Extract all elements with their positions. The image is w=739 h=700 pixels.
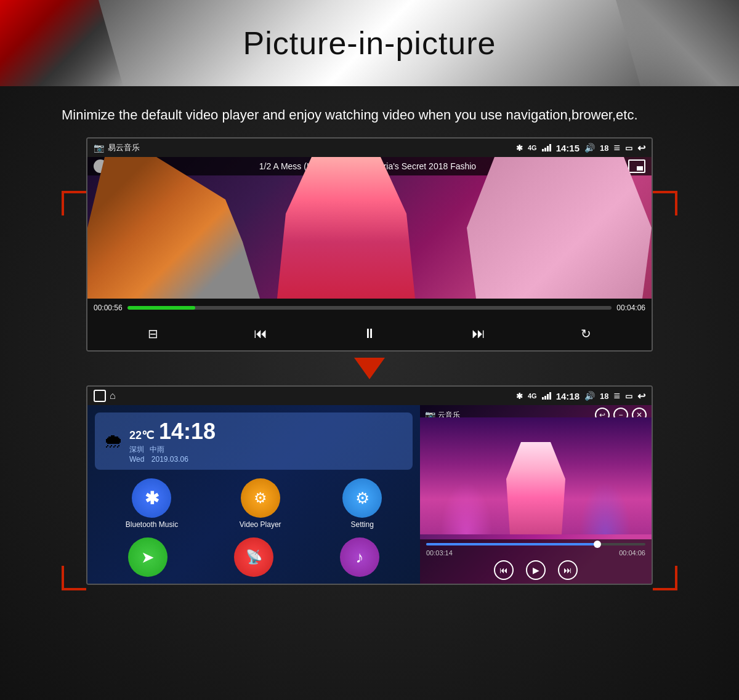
back-icon-bottom[interactable]: ↩ <box>637 390 645 402</box>
arrow-down <box>86 352 653 385</box>
bt-music-label: Bluetooth Music <box>126 520 178 529</box>
city-name: 深圳 <box>129 445 144 454</box>
home-indicator <box>94 390 106 402</box>
repeat-button[interactable]: ↻ <box>581 326 591 341</box>
video-player-label: Video Player <box>240 520 281 529</box>
pip-prev-button[interactable]: ⏮ <box>494 560 514 580</box>
pip-controls: 00:03:14 00:04:06 ⏮ ▶ ⏭ <box>420 539 652 584</box>
menu-icon-bottom[interactable]: ≡ <box>613 390 620 403</box>
pip-progress-dot <box>594 541 601 548</box>
bottom-status-right: ✱ 4G 14:18 🔊 18 ≡ ▭ ↩ <box>516 390 645 403</box>
pip-progress-bar[interactable] <box>426 543 645 545</box>
page-title: Picture-in-picture <box>243 25 496 62</box>
header-banner: Picture-in-picture <box>0 0 739 86</box>
window-icon-top[interactable]: ▭ <box>625 143 632 153</box>
app-navigation[interactable]: ➤ <box>128 537 168 577</box>
bt-symbol: ✱ <box>145 488 159 509</box>
condition: 中雨 <box>150 445 164 454</box>
setting-symbol: ⚙ <box>355 489 370 508</box>
nav-symbol: ➤ <box>141 548 155 567</box>
pause-button[interactable] <box>363 326 376 342</box>
app-music[interactable]: ♪ <box>340 537 379 577</box>
video-symbol: ⚙ <box>254 489 267 507</box>
pip-play-button[interactable]: ▶ <box>526 560 546 580</box>
bracket-bottom-right <box>653 566 677 590</box>
home-screen: 🌧 22℃ 14:18 深圳 中雨 Wed <box>87 405 420 584</box>
clock-time: 14:18 <box>159 419 216 445</box>
pip-time-total: 00:04:06 <box>619 549 645 557</box>
next-button[interactable] <box>472 326 485 342</box>
time-total: 00:04:06 <box>616 304 645 312</box>
bottom-status-bar: ⌂ ✱ 4G 14:18 🔊 18 ≡ ▭ ↩ <box>87 387 652 405</box>
page-container: Picture-in-picture Minimize the default … <box>0 0 739 700</box>
network-top: 4G <box>528 144 537 151</box>
weather-info: 22℃ 14:18 深圳 中雨 Wed 2019.03.06 <box>129 419 404 464</box>
music-symbol: ♪ <box>356 548 364 567</box>
app-setting[interactable]: ⚙ Setting <box>342 478 382 529</box>
temp-row: 22℃ 14:18 <box>129 419 404 445</box>
app-name-top: 易云音乐 <box>108 142 140 153</box>
radio-icon-circle: 📡 <box>234 537 273 577</box>
list-button[interactable]: ⊟ <box>148 326 158 341</box>
prev-button[interactable] <box>254 326 267 342</box>
app-radio[interactable]: 📡 <box>234 537 273 577</box>
controls-bar: ⊟ ↻ <box>87 317 652 350</box>
time-current: 00:00:56 <box>94 304 123 312</box>
setting-label: Setting <box>351 520 374 529</box>
status-right-top: ✱ 4G 14:15 🔊 18 ≡ ▭ ↩ <box>516 142 645 155</box>
app-bluetooth-music[interactable]: ✱ Bluetooth Music <box>126 478 178 529</box>
time-top: 14:15 <box>556 143 579 153</box>
pip-next-button[interactable]: ⏭ <box>558 560 578 580</box>
progress-bar[interactable] <box>127 306 612 310</box>
signal-bars-bottom <box>542 392 551 400</box>
arrow-shape <box>354 358 385 379</box>
temperature: 22℃ <box>129 428 154 442</box>
bracket-top-right <box>653 191 677 215</box>
window-icon-bottom[interactable]: ▭ <box>625 392 632 401</box>
video-content: 1/2 A Mess (Live From The Victoria's Sec… <box>87 157 652 299</box>
pip-video-panel: 📷 云音乐 ↩ − ✕ <box>420 405 652 584</box>
navigation-icon: ➤ <box>128 537 168 577</box>
pip-stage <box>420 417 652 534</box>
pip-progress-fill <box>426 543 597 545</box>
apps-row-1: ✱ Bluetooth Music ⚙ Video Player <box>95 478 413 529</box>
menu-icon-top[interactable]: ≡ <box>613 142 620 155</box>
app-video-player[interactable]: ⚙ Video Player <box>240 478 281 529</box>
pip-time-row: 00:03:14 00:04:06 <box>426 549 645 557</box>
status-left: 📷 易云音乐 <box>94 142 140 153</box>
weather-widget: 🌧 22℃ 14:18 深圳 中雨 Wed <box>95 412 413 470</box>
pip-ctrl-row: ⏮ ▶ ⏭ <box>426 560 645 580</box>
pip-time-current: 00:03:14 <box>426 549 453 557</box>
progress-fill <box>127 306 195 310</box>
radio-symbol: 📡 <box>246 549 262 565</box>
bracket-top-left <box>62 191 86 215</box>
signal-bars-top <box>542 144 551 151</box>
bottom-status-left: ⌂ <box>94 390 116 402</box>
top-screen: 📷 易云音乐 ✱ 4G 14:15 🔊 18 ≡ ▭ <box>86 137 653 352</box>
network-bottom: 4G <box>528 392 537 400</box>
apps-row-2: ➤ 📡 ♪ <box>95 537 413 577</box>
weather-icon: 🌧 <box>103 430 123 453</box>
description-text: Minimize the default video player and en… <box>62 105 677 125</box>
camera-icon: 📷 <box>94 143 104 153</box>
bottom-screen: ⌂ ✱ 4G 14:18 🔊 18 ≡ ▭ ↩ <box>86 385 653 585</box>
time-row: 00:00:56 00:04:06 <box>94 304 645 312</box>
top-status-bar: 📷 易云音乐 ✱ 4G 14:15 🔊 18 ≡ ▭ <box>87 139 652 157</box>
setting-icon-circle: ⚙ <box>342 478 382 518</box>
weather-desc: 深圳 中雨 <box>129 445 404 455</box>
bluetooth-icon-bottom: ✱ <box>516 392 523 401</box>
bottom-screen-content: 🌧 22℃ 14:18 深圳 中雨 Wed <box>87 405 652 584</box>
video-player-icon: ⚙ <box>241 478 280 518</box>
progress-area: 00:00:56 00:04:06 <box>87 299 652 317</box>
bluetooth-music-icon: ✱ <box>132 478 171 518</box>
volume-icon-bottom: 🔊 <box>584 391 595 401</box>
bluetooth-icon-top: ✱ <box>516 143 523 153</box>
date: 2019.03.06 <box>151 455 188 464</box>
time-bottom: 14:18 <box>556 391 579 401</box>
volume-icon-top: 🔊 <box>584 143 595 153</box>
back-icon-top[interactable]: ↩ <box>637 142 645 154</box>
day: Wed <box>129 455 144 464</box>
music-icon-circle: ♪ <box>340 537 379 577</box>
volume-level-top: 18 <box>600 143 608 153</box>
performer-right <box>467 157 652 299</box>
